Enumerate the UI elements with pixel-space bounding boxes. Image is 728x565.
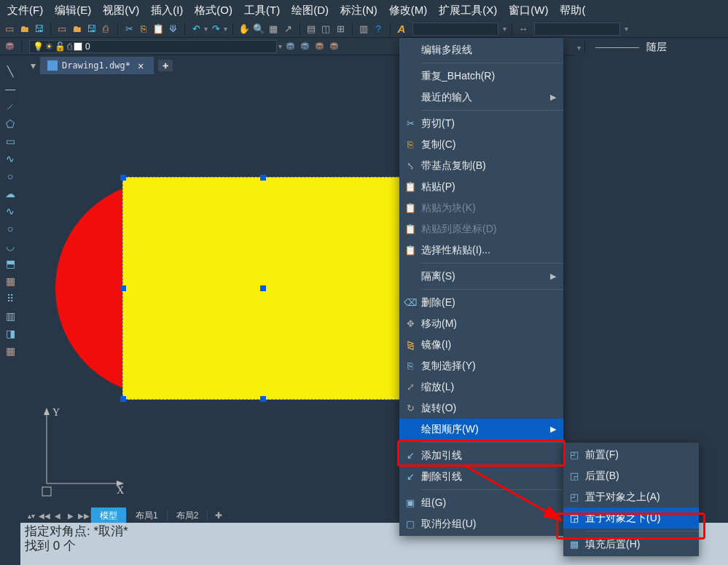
circle-icon[interactable]: ○ bbox=[3, 169, 17, 183]
list-icon[interactable]: ▥ bbox=[357, 23, 370, 36]
sub-front[interactable]: ◰前置(F) bbox=[563, 444, 699, 465]
ctx-draworder[interactable]: 绘图顺序(W)▶ bbox=[399, 419, 563, 440]
tab-new-button[interactable]: ✚ bbox=[158, 60, 173, 71]
point-icon[interactable]: ⠿ bbox=[3, 291, 17, 306]
xline-icon[interactable]: — bbox=[3, 82, 17, 96]
zoom-ext-icon[interactable]: ▦ bbox=[267, 23, 280, 36]
save2-icon[interactable]: 🖫 bbox=[85, 23, 98, 36]
gradient-icon[interactable]: ◨ bbox=[3, 326, 17, 341]
polygon-icon[interactable]: ⬠ bbox=[3, 116, 17, 131]
ctx-repeat[interactable]: 重复_BHatch(R) bbox=[399, 66, 563, 87]
menu-help[interactable]: 帮助( bbox=[554, 1, 591, 20]
undo-icon[interactable]: ↶ bbox=[189, 23, 203, 36]
sub-above[interactable]: ◰置于对象之上(A) bbox=[563, 486, 699, 507]
block-insert-icon[interactable]: ⬒ bbox=[3, 256, 17, 271]
dimstyle-dropdown[interactable] bbox=[534, 23, 620, 36]
menu-modify[interactable]: 修改(M) bbox=[383, 1, 434, 20]
pan-icon[interactable]: ✋ bbox=[238, 23, 251, 36]
menu-format[interactable]: 格式(O) bbox=[189, 1, 238, 20]
ctx-rotate[interactable]: ↻旋转(O) bbox=[399, 398, 563, 419]
ctx-isolate[interactable]: 隔离(S)▶ bbox=[399, 266, 563, 287]
menu-view[interactable]: 视图(V) bbox=[97, 1, 145, 20]
paste-icon[interactable]: 📋 bbox=[152, 23, 165, 36]
tab-list-caret[interactable]: ▾ bbox=[26, 60, 40, 71]
layout-1[interactable]: 布局1 bbox=[127, 507, 167, 523]
copy-icon[interactable]: ⎘ bbox=[137, 23, 150, 36]
match-icon[interactable]: ⟱ bbox=[166, 23, 179, 36]
ctx-move[interactable]: ✥移动(M) bbox=[399, 313, 563, 334]
scroll-prev[interactable]: ◀ bbox=[51, 509, 64, 522]
help-icon[interactable]: ? bbox=[372, 23, 385, 36]
ctx-copy[interactable]: ⎘复制(C) bbox=[399, 134, 563, 155]
sub-back[interactable]: ◲后置(B) bbox=[563, 465, 699, 486]
ctx-copy-base[interactable]: ⤣带基点复制(B) bbox=[399, 155, 563, 176]
ctx-edit-pline[interactable]: 编辑多段线 bbox=[399, 39, 563, 60]
ctx-paste[interactable]: 📋粘贴(P) bbox=[399, 176, 563, 197]
line-icon[interactable]: ╲ bbox=[3, 64, 17, 79]
undo-dropdown[interactable]: ▾ bbox=[204, 25, 208, 33]
cloud-icon[interactable]: ☁ bbox=[3, 186, 17, 201]
ctx-scale[interactable]: ⤢缩放(L) bbox=[399, 376, 563, 398]
cut-icon[interactable]: ✂ bbox=[122, 23, 136, 36]
save-icon[interactable]: 🖫 bbox=[32, 23, 45, 36]
ctx-recent[interactable]: 最近的输入▶ bbox=[399, 87, 563, 108]
ctx-cut[interactable]: ✂剪切(T) bbox=[399, 113, 563, 134]
textstyle-caret[interactable]: ▾ bbox=[503, 25, 506, 33]
zoom-icon[interactable]: 🔍 bbox=[252, 23, 265, 36]
tab-close-icon[interactable]: ✕ bbox=[135, 60, 146, 71]
layerstate-icon[interactable]: ⛃ bbox=[327, 40, 340, 53]
hatch-icon[interactable]: ▥ bbox=[3, 309, 17, 323]
layerprev-icon[interactable]: ⛃ bbox=[283, 40, 297, 53]
earc-icon[interactable]: ◡ bbox=[3, 239, 17, 253]
layout-model[interactable]: 模型 bbox=[91, 507, 126, 523]
scroll-next[interactable]: ▶ bbox=[64, 509, 77, 522]
shape-yellow-rect[interactable] bbox=[122, 177, 404, 400]
new2-icon[interactable]: ▭ bbox=[55, 23, 69, 36]
ctx-mirror[interactable]: ⧎镜像(I) bbox=[399, 334, 563, 355]
dim-icon[interactable]: ↔ bbox=[517, 23, 530, 36]
layernext-icon[interactable]: ⛃ bbox=[298, 40, 311, 53]
menu-window[interactable]: 窗口(W) bbox=[503, 1, 554, 20]
menu-draw[interactable]: 绘图(D) bbox=[286, 1, 334, 20]
layout-add-button[interactable]: ✚ bbox=[208, 509, 230, 522]
sub-below[interactable]: ◲置于对象之下(U) bbox=[563, 507, 699, 529]
block-icon[interactable]: ◫ bbox=[319, 23, 332, 36]
scroll-last[interactable]: ▶▶ bbox=[77, 509, 90, 522]
menu-edit[interactable]: 编辑(E) bbox=[49, 1, 97, 20]
textstyle-dropdown[interactable] bbox=[412, 23, 498, 36]
ctx-paste-sel[interactable]: 📋选择性粘贴(I)... bbox=[399, 240, 563, 261]
new-icon[interactable]: ▭ bbox=[3, 23, 16, 36]
ctx-addleader[interactable]: ↙添加引线 bbox=[399, 445, 563, 466]
arc-icon[interactable]: ⟋ bbox=[3, 99, 17, 114]
layer-dropdown[interactable]: 💡 ☀ 🔓 ⎙ 0 bbox=[29, 40, 277, 53]
ctx-ungroup[interactable]: ▢取消分组(U) bbox=[399, 513, 563, 534]
ctx-delete[interactable]: ⌫删除(E) bbox=[399, 292, 563, 313]
menu-file[interactable]: 文件(F) bbox=[1, 1, 49, 20]
prop-icon[interactable]: ▤ bbox=[305, 23, 318, 36]
ellipse-icon[interactable]: ○ bbox=[3, 221, 17, 236]
spline-icon[interactable]: ∿ bbox=[3, 151, 17, 166]
layerwalk-icon[interactable]: ⛃ bbox=[313, 40, 326, 53]
ctx-group[interactable]: ▣组(G) bbox=[399, 492, 563, 513]
tab-drawing1[interactable]: Drawing1.dwg* ✕ bbox=[40, 57, 154, 74]
menu-ext[interactable]: 扩展工具(X) bbox=[433, 1, 503, 20]
dimstyle-caret[interactable]: ▾ bbox=[625, 25, 628, 33]
layermgr-icon[interactable]: ⛃ bbox=[3, 40, 16, 53]
print-icon[interactable]: ⎙ bbox=[99, 23, 112, 36]
redo-icon[interactable]: ↷ bbox=[209, 23, 222, 36]
menu-tools[interactable]: 工具(T) bbox=[238, 1, 286, 20]
rect-icon[interactable]: ▭ bbox=[3, 134, 17, 149]
layer-caret[interactable]: ▾ bbox=[278, 42, 282, 50]
redo-dropdown[interactable]: ▾ bbox=[224, 25, 227, 33]
menu-insert[interactable]: 插入(I) bbox=[145, 1, 189, 20]
sub-hatchback[interactable]: ▩填充后置(H) bbox=[563, 534, 699, 555]
layout-2[interactable]: 布局2 bbox=[168, 507, 208, 523]
folder2-icon[interactable]: 🖿 bbox=[70, 23, 83, 36]
menu-dimension[interactable]: 标注(N) bbox=[334, 1, 383, 20]
text-icon[interactable]: A bbox=[395, 23, 408, 36]
spline2-icon[interactable]: ∿ bbox=[3, 204, 17, 218]
ctx-delleader[interactable]: ↙删除引线 bbox=[399, 466, 563, 487]
scroll-updown[interactable]: ▴▾ bbox=[25, 509, 38, 522]
zoom-win-icon[interactable]: ↗ bbox=[281, 23, 294, 36]
folder-icon[interactable]: 🖿 bbox=[17, 23, 31, 36]
